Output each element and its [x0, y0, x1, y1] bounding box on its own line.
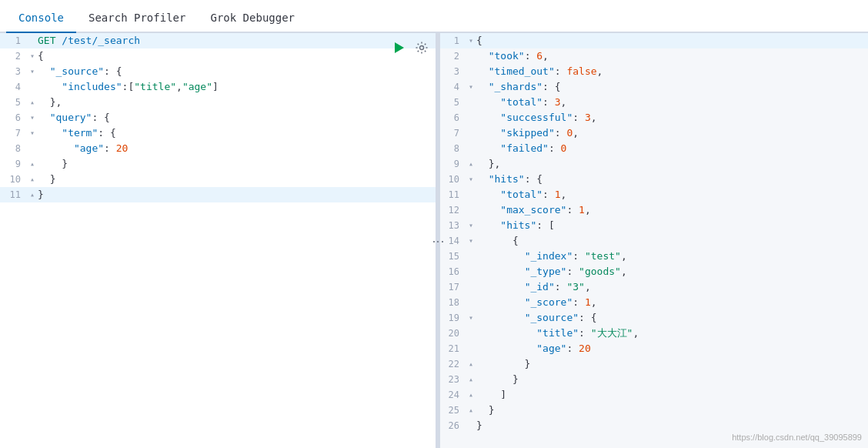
resp-line-gutter-9[interactable]: ▴ [466, 156, 476, 172]
response-line-2: 2 "took": 6, [439, 48, 868, 64]
code-line-7: 7 ▾ "term": { [0, 125, 438, 141]
svg-marker-0 [395, 42, 404, 53]
line-gutter-6[interactable]: ▾ [27, 110, 38, 125]
line-content-11: } [38, 187, 438, 202]
code-line-8: 8 "age": 20 [0, 141, 438, 156]
settings-button[interactable] [413, 39, 430, 56]
resp-line-gutter-10[interactable]: ▾ [466, 172, 476, 187]
tab-console[interactable]: Console [6, 4, 76, 33]
resp-line-gutter-19[interactable]: ▾ [466, 310, 476, 326]
response-line-15: 15 "_index": "test", [439, 249, 868, 264]
resp-line-content-7: "skipped": 0, [476, 125, 868, 141]
line-gutter-10[interactable]: ▴ [27, 172, 38, 187]
panel-resize-handle[interactable]: ⋮ [436, 33, 440, 448]
code-line-6: 6 ▾ "query": { [0, 110, 438, 125]
run-button[interactable] [390, 39, 407, 56]
response-line-7: 7 "skipped": 0, [439, 125, 868, 141]
resp-line-number-25: 25 [439, 403, 466, 418]
resp-line-number-17: 17 [439, 279, 466, 295]
resp-line-number-19: 19 [439, 310, 466, 326]
response-line-23: 23 ▴ } [439, 372, 868, 387]
code-line-5: 5 ▴ }, [0, 95, 438, 110]
response-line-13: 13 ▾ "hits": [ [439, 218, 868, 233]
code-line-10: 10 ▴ } [0, 172, 438, 187]
resp-line-number-21: 21 [439, 341, 466, 356]
resp-line-content-14: { [476, 233, 868, 249]
resp-line-gutter-13[interactable]: ▾ [466, 218, 476, 233]
line-content-7: "term": { [38, 125, 438, 141]
resp-line-content-11: "total": 1, [476, 187, 868, 202]
code-line-1: 1 GET /test/_search [0, 33, 438, 48]
left-code-editor[interactable]: 1 GET /test/_search 2 ▾ { 3 ▾ "_source":… [0, 33, 438, 448]
resp-line-number-20: 20 [439, 326, 466, 341]
line-content-8: "age": 20 [38, 141, 438, 156]
resp-line-content-19: "_source": { [476, 310, 868, 326]
tab-bar: Console Search Profiler Grok Debugger [0, 0, 868, 33]
resp-line-gutter-14[interactable]: ▾ [466, 233, 476, 249]
left-panel: 1 GET /test/_search 2 ▾ { 3 ▾ "_source":… [0, 33, 439, 448]
line-gutter-7[interactable]: ▾ [27, 125, 38, 141]
response-line-12: 12 "max_score": 1, [439, 202, 868, 218]
response-line-1: 1 ▾ { [439, 33, 868, 48]
tab-search-profiler[interactable]: Search Profiler [76, 4, 198, 33]
resp-line-number-7: 7 [439, 125, 466, 141]
resp-line-content-2: "took": 6, [476, 48, 868, 64]
line-content-10: } [38, 172, 438, 187]
resp-line-content-5: "total": 3, [476, 95, 868, 110]
line-gutter-9[interactable]: ▴ [27, 156, 38, 172]
response-line-19: 19 ▾ "_source": { [439, 310, 868, 326]
line-number-7: 7 [0, 125, 27, 141]
code-line-9: 9 ▴ } [0, 156, 438, 172]
resp-line-number-13: 13 [439, 218, 466, 233]
response-line-18: 18 "_score": 1, [439, 295, 868, 310]
line-content-1: GET /test/_search [38, 33, 438, 48]
line-content-2: { [38, 48, 438, 64]
line-gutter-3[interactable]: ▾ [27, 64, 38, 79]
line-number-11: 11 [0, 187, 27, 202]
resp-line-number-3: 3 [439, 64, 466, 79]
tab-grok-debugger[interactable]: Grok Debugger [198, 4, 307, 33]
line-gutter-11[interactable]: ▴ [27, 187, 38, 202]
resp-line-content-15: "_index": "test", [476, 249, 868, 264]
resp-line-gutter-24[interactable]: ▴ [466, 387, 476, 403]
response-line-4: 4 ▾ "_shards": { [439, 79, 868, 95]
line-number-10: 10 [0, 172, 27, 187]
line-content-5: }, [38, 95, 438, 110]
response-line-25: 25 ▴ } [439, 403, 868, 418]
resp-line-gutter-22[interactable]: ▴ [466, 356, 476, 372]
resp-line-content-25: } [476, 403, 868, 418]
resp-line-content-18: "_score": 1, [476, 295, 868, 310]
response-line-21: 21 "age": 20 [439, 341, 868, 356]
resp-line-content-21: "age": 20 [476, 341, 868, 356]
response-area[interactable]: 1 ▾ { 2 "took": 6, 3 "timed_out": false, [439, 33, 868, 448]
resp-line-content-16: "_type": "goods", [476, 264, 868, 279]
resp-line-number-24: 24 [439, 387, 466, 403]
resp-line-gutter-23[interactable]: ▴ [466, 372, 476, 387]
left-code-lines: 1 GET /test/_search 2 ▾ { 3 ▾ "_source":… [0, 33, 438, 202]
code-line-11: 11 ▴ } [0, 187, 438, 202]
line-gutter-2[interactable]: ▾ [27, 48, 38, 64]
resp-line-gutter-25[interactable]: ▴ [466, 403, 476, 418]
response-line-14: 14 ▾ { [439, 233, 868, 249]
code-line-4: 4 "includes":["title","age"] [0, 79, 438, 95]
watermark: https://blog.csdn.net/qq_39095899 [732, 433, 862, 442]
resp-line-content-24: ] [476, 387, 868, 403]
right-code-lines: 1 ▾ { 2 "took": 6, 3 "timed_out": false, [439, 33, 868, 433]
resp-line-content-26: } [476, 418, 868, 433]
line-number-5: 5 [0, 95, 27, 110]
editor-toolbar [390, 39, 430, 56]
resp-line-number-4: 4 [439, 79, 466, 95]
line-gutter-5[interactable]: ▴ [27, 95, 38, 110]
resp-line-content-20: "title": "大大江", [476, 326, 868, 341]
line-content-3: "_source": { [38, 64, 438, 79]
resp-line-gutter-1[interactable]: ▾ [466, 33, 476, 48]
resp-line-content-3: "timed_out": false, [476, 64, 868, 79]
response-line-24: 24 ▴ ] [439, 387, 868, 403]
resp-line-content-10: "hits": { [476, 172, 868, 187]
response-line-20: 20 "title": "大大江", [439, 326, 868, 341]
response-line-17: 17 "_id": "3", [439, 279, 868, 295]
svg-point-1 [420, 46, 424, 50]
resp-line-gutter-4[interactable]: ▾ [466, 79, 476, 95]
resp-line-content-12: "max_score": 1, [476, 202, 868, 218]
response-line-10: 10 ▾ "hits": { [439, 172, 868, 187]
